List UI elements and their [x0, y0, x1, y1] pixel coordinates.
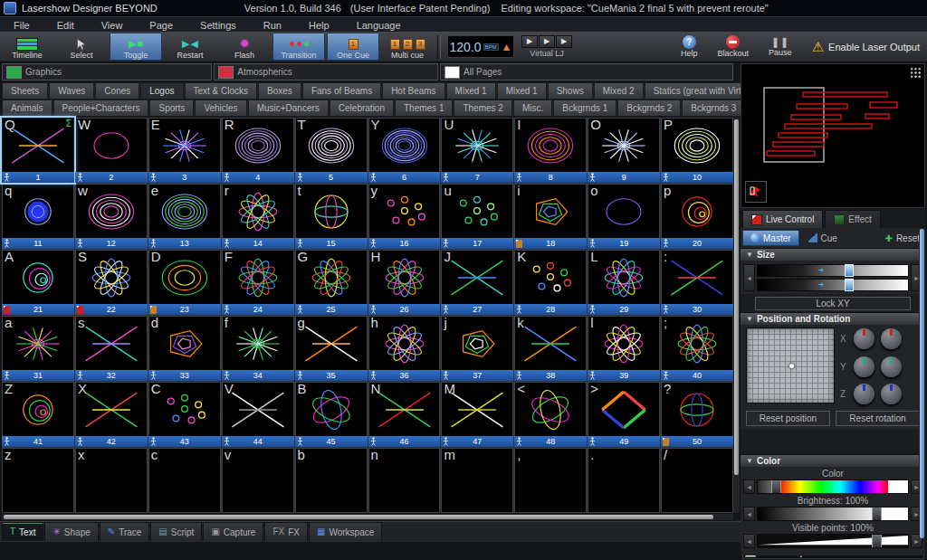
brightness-slider[interactable]: [757, 507, 909, 521]
cue-cell[interactable]: a31: [2, 316, 74, 381]
menu-settings[interactable]: Settings: [186, 20, 250, 31]
tab-bckgrnds-3[interactable]: Bckgrnds 3: [682, 100, 745, 117]
cue-cell[interactable]: p20: [661, 184, 733, 249]
tab-sports[interactable]: Sports: [149, 100, 194, 117]
tab-misc[interactable]: Misc.: [513, 100, 552, 117]
cue-cell[interactable]: k38: [514, 316, 587, 381]
tab-live-control[interactable]: Live Control: [742, 210, 823, 228]
cue-cell[interactable]: I8: [514, 118, 587, 183]
cue-cell[interactable]: T5: [295, 118, 368, 183]
cue-cell[interactable]: :30: [661, 250, 733, 315]
cue-cell[interactable]: L29: [588, 250, 660, 315]
cue-cell[interactable]: c: [148, 448, 221, 513]
cue-cell[interactable]: Y6: [368, 118, 441, 183]
toolbar-button-toggle[interactable]: ▶■Toggle: [110, 33, 162, 61]
menu-edit[interactable]: Edit: [43, 20, 88, 31]
tab-cones[interactable]: Cones: [95, 82, 139, 100]
tab-celebration[interactable]: Celebration: [330, 100, 394, 117]
virtual-lj[interactable]: ▶ ▶ ▶ Virtual LJ: [521, 35, 572, 58]
bottom-tab-script[interactable]: ▤Script: [150, 522, 202, 542]
bottom-tab-shape[interactable]: ✳Shape: [44, 522, 98, 542]
cue-cell[interactable]: f34: [222, 316, 294, 381]
menu-help[interactable]: Help: [295, 20, 343, 31]
cue-cell[interactable]: E3: [148, 118, 221, 183]
tab-logos[interactable]: Logos: [140, 82, 183, 100]
cue-cell[interactable]: M47: [441, 382, 513, 447]
cue-cell[interactable]: V44: [222, 382, 294, 447]
cue-cell[interactable]: D23: [148, 250, 221, 315]
cue-cell[interactable]: N46: [368, 382, 441, 447]
grid-vertical-scrollbar[interactable]: [733, 118, 740, 513]
cue-cell[interactable]: W2: [75, 118, 148, 183]
bottom-tab-trace[interactable]: ✎Trace: [100, 522, 150, 542]
menu-language[interactable]: Language: [343, 20, 415, 31]
play-icon[interactable]: ▶: [539, 35, 555, 48]
position-section-header[interactable]: ▼ Position and Rotation: [741, 312, 925, 325]
cue-cell[interactable]: .: [588, 448, 660, 513]
cue-cell[interactable]: d33: [148, 316, 221, 381]
tab-hot-beams[interactable]: Hot Beams: [382, 82, 444, 100]
tab-text-clocks[interactable]: Text & Clocks: [185, 82, 258, 100]
play-icon[interactable]: ▶: [521, 35, 538, 48]
bottom-tab-capture[interactable]: ▣Capture: [203, 522, 263, 542]
rotation-knob-z-fine[interactable]: [881, 384, 902, 404]
menu-file[interactable]: File: [0, 20, 43, 31]
tab-effect[interactable]: Effect: [825, 210, 880, 228]
cue-cell[interactable]: ?50: [661, 382, 733, 447]
tab-waves[interactable]: Waves: [49, 82, 94, 100]
slider-left-arrow[interactable]: ◄: [743, 264, 755, 291]
slider-left-arrow[interactable]: ◄: [743, 534, 755, 548]
virtual-lj-buttons[interactable]: ▶ ▶ ▶: [521, 35, 572, 48]
size-x-slider[interactable]: ➜: [757, 264, 909, 277]
cue-cell[interactable]: z: [2, 448, 74, 513]
toolbar-button-transition[interactable]: Transition: [272, 33, 325, 61]
toolbar-button-select[interactable]: Select: [55, 33, 108, 61]
tab-shows[interactable]: Shows: [548, 82, 593, 100]
tab-bckgrnds-2[interactable]: Bckgrnds 2: [617, 100, 681, 117]
help-button[interactable]: ? Help: [681, 35, 698, 58]
reset-rotation-button[interactable]: Reset rotation: [836, 411, 920, 426]
cue-cell[interactable]: ,: [514, 448, 587, 513]
cue-cell[interactable]: X42: [75, 382, 148, 447]
tab-vehicles[interactable]: Vehicles: [195, 100, 246, 117]
cue-cell[interactable]: Z41: [2, 382, 74, 447]
bottom-tab-fx[interactable]: FXFX: [264, 522, 308, 542]
reset-position-button[interactable]: Reset position: [746, 411, 830, 426]
cue-cell[interactable]: J27: [441, 250, 513, 315]
tab-mixed-1[interactable]: Mixed 1: [446, 82, 496, 100]
cue-cell[interactable]: O9: [588, 118, 660, 183]
cue-cell[interactable]: g35: [295, 316, 368, 381]
tab-animals[interactable]: Animals: [2, 100, 53, 117]
preview-thumbnail[interactable]: [745, 181, 767, 203]
bottom-tab-text[interactable]: TText: [2, 522, 43, 542]
color-section-header[interactable]: ▼ Color: [741, 454, 925, 467]
cue-cell[interactable]: x: [75, 448, 148, 513]
color-slider[interactable]: [757, 479, 909, 494]
cue-cell[interactable]: R4: [222, 118, 294, 183]
panel-scrollbar[interactable]: [919, 229, 925, 538]
size-x-handle[interactable]: [845, 264, 854, 277]
slider-left-arrow[interactable]: ◄: [743, 507, 755, 521]
cue-cell[interactable]: n: [368, 448, 441, 513]
cue-cell[interactable]: B45: [295, 382, 368, 447]
rotation-knob-x-fine[interactable]: [881, 328, 902, 349]
cue-cell[interactable]: j37: [441, 316, 513, 381]
enable-laser-output-button[interactable]: ⚠ Enable Laser Output: [812, 40, 920, 53]
cue-cell[interactable]: H26: [368, 250, 441, 315]
cue-cell[interactable]: h36: [368, 316, 441, 381]
visible-points-handle[interactable]: [872, 534, 882, 548]
reset-button[interactable]: ✚Reset: [884, 233, 923, 243]
cue-cell[interactable]: r14: [222, 184, 294, 249]
cue-cell[interactable]: v: [222, 448, 294, 513]
cue-cell[interactable]: e13: [148, 184, 221, 249]
size-section-header[interactable]: ▼ Size: [741, 248, 925, 261]
tab-fans-of-beams[interactable]: Fans of Beams: [302, 82, 381, 100]
lock-xy-button[interactable]: Lock XY: [755, 297, 911, 310]
cue-cell[interactable]: t15: [295, 184, 368, 249]
blackout-button[interactable]: Blackout: [718, 35, 750, 58]
category-graphics[interactable]: Graphics: [2, 63, 212, 81]
slider-left-arrow[interactable]: ◄: [743, 479, 755, 494]
tab-mixed-2[interactable]: Mixed 2: [594, 82, 644, 100]
toolbar-button-one-cue[interactable]: 1One Cue: [327, 33, 379, 61]
rotation-knob-z[interactable]: [854, 384, 874, 404]
